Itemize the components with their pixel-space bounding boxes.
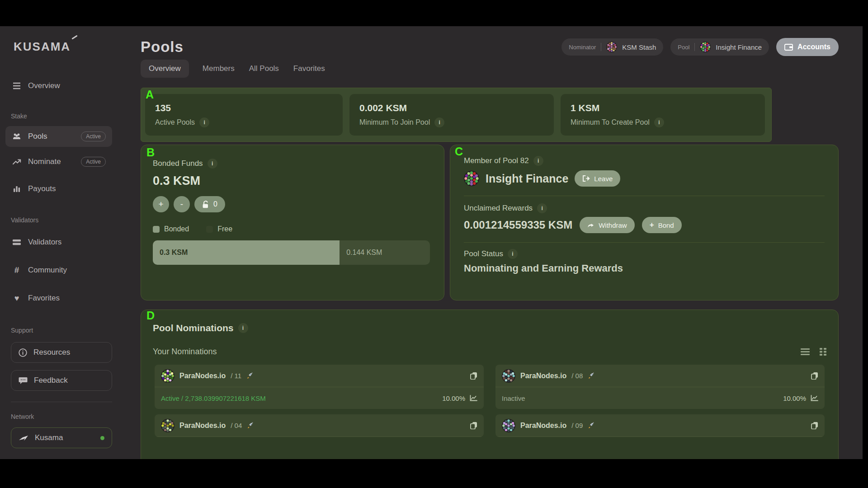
info-icon[interactable]: i (208, 159, 217, 169)
chart-icon[interactable] (811, 395, 818, 401)
stat-value: 1 KSM (571, 103, 755, 113)
sidebar-item-validators[interactable]: Validators (5, 232, 112, 253)
validator-name: ParaNodes.io (520, 372, 566, 380)
tab-members[interactable]: Members (202, 60, 236, 78)
info-icon[interactable]: i (537, 203, 547, 213)
annotation-label-d: D (146, 309, 155, 322)
pool-account-pill[interactable]: Pool Insight Finance (670, 38, 769, 56)
nomination-status: Inactive (502, 394, 525, 402)
commission-value: 10.00% (783, 394, 806, 402)
stat-card-min-create: 1 KSM Minimum To Create Pool i (561, 94, 765, 136)
stat-label: Active Pools (155, 118, 195, 127)
pool-status-title: Pool Status (464, 249, 503, 258)
sidebar-item-overview[interactable]: Overview (5, 75, 112, 96)
copy-address-icon[interactable] (811, 422, 818, 429)
validator-name: ParaNodes.io (520, 422, 566, 430)
kusama-bird-icon (19, 435, 28, 441)
nominate-active-badge: Active (81, 157, 106, 167)
grid-view-icon[interactable] (820, 348, 826, 356)
info-icon[interactable]: i (654, 117, 664, 127)
nomination-card: ParaNodes.io / 11 Active / 2,738.0399072… (155, 365, 484, 409)
payouts-icon (12, 185, 22, 192)
resources-button[interactable]: Resources (11, 342, 112, 363)
bonded-funds-card: B Bonded Funds i 0.3 KSM + - 0 (141, 145, 444, 300)
legend-free-label: Free (217, 225, 232, 233)
validator-name: ParaNodes.io (179, 422, 226, 430)
network-status-dot (100, 436, 104, 440)
info-icon[interactable]: i (238, 323, 248, 333)
copy-address-icon[interactable] (470, 372, 477, 380)
pool-label: Pool (678, 44, 689, 51)
sidebar-item-pools[interactable]: Pools Active (5, 126, 112, 147)
bonded-amount: 0.3 KSM (153, 174, 432, 188)
sidebar-divider (11, 402, 112, 402)
pool-identicon (464, 171, 479, 186)
nominator-account-name: KSM Stash (622, 43, 656, 51)
rocket-icon (246, 372, 253, 379)
chart-icon[interactable] (470, 395, 477, 401)
tab-favorites[interactable]: Favorites (292, 60, 326, 78)
info-icon[interactable]: i (199, 117, 209, 127)
info-icon[interactable]: i (434, 117, 444, 127)
nomination-card: ParaNodes.io / 09 (495, 414, 825, 437)
network-selector-kusama[interactable]: Kusama (11, 427, 112, 448)
pool-status-value: Nominating and Earning Rewards (464, 263, 825, 274)
bonded-free-bar: 0.3 KSM 0.144 KSM (153, 240, 430, 265)
accounts-button[interactable]: Accounts (776, 38, 839, 56)
list-view-icon[interactable] (801, 348, 810, 355)
copy-address-icon[interactable] (470, 422, 477, 429)
your-nominations-label: Your Nominations (153, 347, 217, 357)
rocket-icon (588, 372, 594, 379)
unlocking-button[interactable]: 0 (194, 196, 225, 212)
overview-icon (12, 82, 22, 89)
pool-account-name: Insight Finance (716, 43, 762, 51)
sidebar-item-label: Community (28, 266, 67, 275)
stat-card-active-pools: 135 Active Pools i (145, 94, 343, 136)
legend-bonded[interactable]: Bonded (153, 225, 189, 233)
sidebar-item-payouts[interactable]: Payouts (5, 178, 112, 199)
header-accounts-area: Nominator KSM Stash Pool Insight Finance… (561, 38, 839, 56)
leave-button-label: Leave (594, 175, 613, 183)
info-icon[interactable]: i (533, 156, 543, 166)
page-header: Pools Nominator KSM Stash Pool Insight F… (141, 38, 839, 56)
sidebar-item-favorites[interactable]: ♥ Favorites (5, 288, 112, 309)
pool-membership-card: C Member of Pool 82 i Insight Finance Le… (450, 145, 839, 300)
unbond-button[interactable]: - (174, 196, 190, 212)
unlocking-count: 0 (213, 200, 217, 208)
commission-value: 10.00% (442, 394, 465, 402)
pill-divider (601, 43, 601, 51)
sidebar-item-label: Pools (28, 132, 47, 141)
sidebar-item-nominate[interactable]: Nominate Active (5, 151, 112, 172)
nominate-icon (12, 159, 22, 165)
annotation-label-c: C (455, 145, 463, 158)
pools-icon (12, 133, 22, 140)
membership-title: Member of Pool 82 (464, 156, 529, 165)
free-bar-segment: 0.144 KSM (340, 240, 430, 265)
nomination-status: Active / 2,738.039907221618 KSM (161, 394, 266, 402)
network-label: Kusama (35, 433, 63, 442)
withdraw-button-label: Withdraw (599, 221, 627, 229)
nominator-account-pill[interactable]: Nominator KSM Stash (561, 38, 663, 56)
bond-more-button[interactable]: + (153, 196, 169, 212)
legend-free[interactable]: Free (206, 225, 232, 233)
sidebar-item-label: Validators (28, 238, 61, 247)
legend-bonded-label: Bonded (164, 225, 189, 233)
sidebar-section-stake: Stake (11, 113, 114, 120)
feedback-button[interactable]: Feedback (11, 370, 112, 391)
pill-divider (694, 43, 695, 51)
tab-all-pools[interactable]: All Pools (248, 60, 280, 78)
bond-rewards-button[interactable]: + Bond (642, 217, 682, 233)
pool-nominations-title: Pool Nominations (153, 323, 234, 333)
nominator-label: Nominator (569, 44, 596, 51)
bonded-funds-title: Bonded Funds (153, 159, 203, 168)
withdraw-button[interactable]: Withdraw (580, 217, 635, 233)
kusama-logo-accent (71, 35, 77, 40)
copy-address-icon[interactable] (811, 372, 818, 380)
info-circle-icon (19, 348, 27, 357)
sidebar-item-community[interactable]: # Community (5, 260, 112, 281)
page-title: Pools (141, 38, 184, 56)
tab-overview[interactable]: Overview (141, 60, 189, 78)
info-icon[interactable]: i (508, 249, 518, 259)
leave-pool-button[interactable]: Leave (575, 170, 620, 187)
pool-identicon (700, 42, 711, 52)
